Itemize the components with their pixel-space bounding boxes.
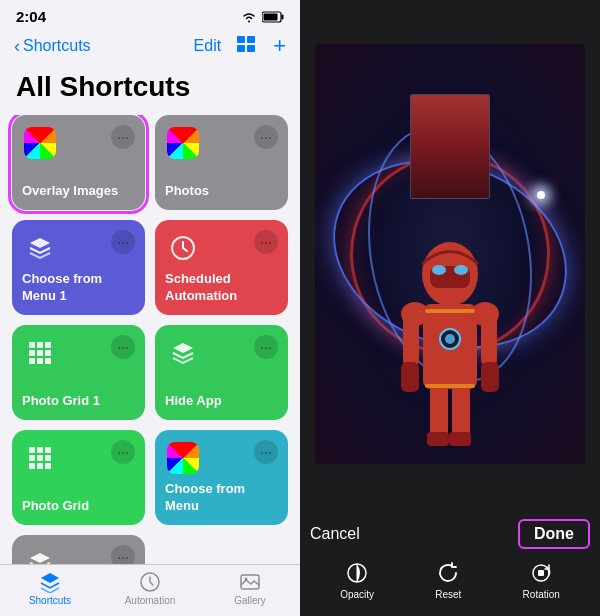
shortcut-label-choose1: Choose from Menu 1 [22, 271, 135, 305]
svg-rect-50 [425, 309, 475, 313]
grid-icon [237, 36, 257, 52]
shortcut-overlay-images[interactable]: ··· Overlay Images [12, 115, 145, 210]
status-bar: 2:04 [0, 0, 300, 29]
status-icons [241, 11, 284, 23]
svg-rect-18 [45, 358, 51, 364]
svg-rect-21 [45, 447, 51, 453]
rotation-icon [527, 559, 555, 587]
reset-icon [434, 559, 462, 587]
shortcut-photos[interactable]: ··· Photos [155, 115, 288, 210]
card-icon-partial [22, 545, 58, 564]
cancel-button[interactable]: Cancel [310, 525, 360, 543]
card-icon-grid1 [22, 335, 58, 371]
edit-button[interactable]: Edit [194, 37, 222, 55]
card-top: ··· [22, 335, 135, 371]
wifi-icon [241, 11, 257, 23]
tool-rotation[interactable]: Rotation [523, 559, 560, 600]
shortcut-label-choose2: Choose from Menu [165, 481, 278, 515]
svg-rect-4 [247, 36, 255, 43]
svg-rect-34 [427, 432, 449, 446]
card-more-button8[interactable]: ··· [254, 440, 278, 464]
ironman-figure [395, 194, 505, 454]
svg-rect-19 [29, 447, 35, 453]
shortcut-label-overlay: Overlay Images [22, 183, 135, 200]
svg-point-49 [454, 265, 468, 275]
shortcut-choose-menu2[interactable]: ··· Choose from Menu [155, 430, 288, 525]
grid4-icon [27, 445, 53, 471]
svg-rect-51 [425, 384, 475, 388]
svg-rect-12 [45, 342, 51, 348]
back-button[interactable]: ‹ Shortcuts [14, 36, 91, 57]
grid-view-icon[interactable] [237, 36, 257, 56]
shortcut-label-photos: Photos [165, 183, 278, 200]
layers3-icon [27, 550, 53, 564]
svg-point-30 [245, 578, 248, 581]
svg-rect-23 [37, 455, 43, 461]
card-icon-clock [165, 230, 201, 266]
svg-rect-44 [481, 362, 499, 392]
grid3-icon [27, 340, 53, 366]
card-icon-choose [22, 230, 58, 266]
status-time: 2:04 [16, 8, 46, 25]
nav-actions: Edit + [194, 33, 286, 59]
svg-rect-26 [37, 463, 43, 469]
photo-overlay-card [410, 94, 490, 199]
shortcuts-tab-icon [39, 571, 61, 593]
tab-gallery[interactable]: Gallery [200, 571, 300, 606]
card-more-button[interactable]: ··· [111, 125, 135, 149]
card-top: ··· [22, 545, 135, 564]
svg-rect-11 [37, 342, 43, 348]
svg-rect-22 [29, 455, 35, 461]
svg-rect-25 [29, 463, 35, 469]
photo-overlay-inner [411, 95, 489, 198]
tab-gallery-label: Gallery [234, 595, 266, 606]
editor-tools: Opacity Reset [310, 559, 590, 600]
card-more-button7[interactable]: ··· [111, 440, 135, 464]
svg-line-9 [183, 248, 187, 251]
shortcut-photo-grid1[interactable]: ··· Photo Grid 1 [12, 325, 145, 420]
card-more-button9[interactable]: ··· [111, 545, 135, 564]
card-more-button6[interactable]: ··· [254, 335, 278, 359]
done-button[interactable]: Done [518, 519, 590, 549]
tool-reset[interactable]: Reset [434, 559, 462, 600]
card-icon-grid2 [22, 440, 58, 476]
card-more-button3[interactable]: ··· [111, 230, 135, 254]
shortcut-photo-grid[interactable]: ··· Photo Grid [12, 430, 145, 525]
card-icon-hide [165, 335, 201, 371]
photos-app-icon [24, 127, 56, 159]
photos-app-icon3 [167, 442, 199, 474]
svg-rect-24 [45, 455, 51, 461]
tab-automation[interactable]: Automation [100, 571, 200, 606]
battery-icon [262, 11, 284, 23]
back-label: Shortcuts [23, 37, 91, 55]
card-more-button4[interactable]: ··· [254, 230, 278, 254]
svg-rect-42 [481, 312, 497, 367]
svg-rect-1 [282, 14, 284, 19]
svg-rect-43 [401, 362, 419, 392]
shortcut-choose-menu1[interactable]: ··· Choose from Menu 1 [12, 220, 145, 315]
opacity-icon [343, 559, 371, 587]
card-top: ··· [165, 125, 278, 161]
card-more-button5[interactable]: ··· [111, 335, 135, 359]
tab-shortcuts[interactable]: Shortcuts [0, 571, 100, 606]
svg-rect-16 [29, 358, 35, 364]
opacity-label: Opacity [340, 589, 374, 600]
svg-point-48 [432, 265, 446, 275]
shortcut-hide-app[interactable]: ··· Hide App [155, 325, 288, 420]
nav-bar: ‹ Shortcuts Edit + [0, 29, 300, 67]
shortcut-scheduled[interactable]: ··· Scheduled Automation [155, 220, 288, 315]
photo-area [300, 0, 600, 507]
card-top: ··· [165, 440, 278, 476]
card-icon-photos [165, 125, 201, 161]
shortcut-label-grid2: Photo Grid [22, 498, 135, 515]
svg-rect-41 [403, 312, 419, 367]
svg-rect-35 [449, 432, 471, 446]
back-chevron-icon: ‹ [14, 36, 20, 57]
card-more-button2[interactable]: ··· [254, 125, 278, 149]
editor-actions: Cancel Done [310, 519, 590, 549]
tool-opacity[interactable]: Opacity [340, 559, 374, 600]
svg-rect-15 [45, 350, 51, 356]
tab-bar: Shortcuts Automation Gallery [0, 564, 300, 616]
add-button[interactable]: + [273, 33, 286, 59]
shortcut-partial[interactable]: ··· [12, 535, 145, 564]
